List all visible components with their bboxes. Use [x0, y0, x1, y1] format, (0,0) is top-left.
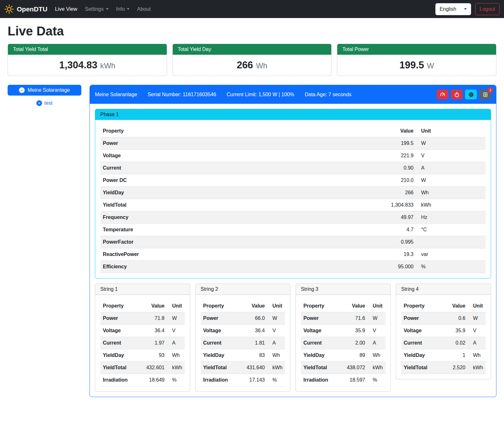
- table-header-row: PropertyValueUnit: [100, 300, 185, 312]
- power-icon: [454, 92, 460, 97]
- property-cell: Current: [201, 337, 238, 349]
- property-cell: YieldTotal: [100, 199, 289, 211]
- property-cell: Power: [301, 312, 338, 325]
- unit-cell: kWh: [267, 362, 285, 374]
- property-cell: YieldTotal: [100, 362, 138, 374]
- event-log-button[interactable]: 2: [479, 90, 491, 99]
- phase-table-row: YieldDay266Wh: [100, 187, 486, 199]
- property-cell: PowerFactor: [100, 236, 289, 248]
- property-cell: Power: [100, 137, 289, 150]
- string-table-row: Power71.6W: [301, 312, 385, 325]
- string-table-row: Irradiation18.597%: [301, 374, 385, 386]
- value-cell: 93: [138, 349, 167, 362]
- column-header-property: Property: [401, 300, 442, 312]
- total-yield-day-card: Total Yield Day 266Wh: [172, 44, 332, 76]
- value-cell: 0.995: [289, 236, 416, 248]
- check-circle-icon: ✓: [19, 87, 25, 93]
- property-cell: Voltage: [100, 150, 289, 162]
- inverter-panel-header: Meine Solaranlage Serial Number: 1161716…: [90, 85, 496, 104]
- sidebar-item-meine-solaranlage[interactable]: ✓ Meine Solaranlage: [8, 85, 81, 96]
- column-header-unit: Unit: [468, 300, 486, 312]
- nav-settings-label: Settings: [85, 6, 104, 12]
- phase-table-row: Power199.5W: [100, 137, 486, 150]
- property-cell: Temperature: [100, 224, 289, 236]
- phase-table-row: Current0.90A: [100, 162, 486, 174]
- summary-card-unit: W: [427, 61, 434, 70]
- x-circle-icon: ✕: [36, 100, 42, 106]
- sun-logo-icon: [4, 4, 14, 14]
- string-table-row: Voltage35.9V: [401, 325, 486, 337]
- summary-card-unit: Wh: [256, 61, 267, 70]
- limit-settings-button[interactable]: [437, 90, 448, 99]
- nav-settings[interactable]: Settings: [82, 3, 112, 15]
- value-cell: 35.9: [442, 325, 468, 337]
- property-cell: YieldTotal: [201, 362, 238, 374]
- device-info-button[interactable]: [465, 90, 477, 99]
- value-cell: 438.072: [338, 362, 368, 374]
- string-table-row: Current1.81A: [201, 337, 285, 349]
- inverter-panel-body: Phase 1 Property Value Unit Power199.5WV…: [90, 104, 496, 397]
- property-cell: Power: [201, 312, 238, 325]
- property-cell: YieldDay: [100, 349, 138, 362]
- value-cell: 431.640: [238, 362, 267, 374]
- string-card: String 1PropertyValueUnitPower71.8WVolta…: [95, 284, 190, 392]
- summary-cards-row: Total Yield Total 1,304.83kWh Total Yiel…: [8, 44, 496, 76]
- string-table-row: Power66.0W: [201, 312, 285, 325]
- string-card-body: PropertyValueUnitPower71.6WVoltage35.9VC…: [296, 295, 390, 391]
- phase-table-row: ReactivePower19.3var: [100, 248, 486, 261]
- logout-button[interactable]: Logout: [475, 3, 500, 15]
- nav-live-view[interactable]: Live View: [52, 3, 80, 15]
- inverter-serial: Serial Number: 116171603546: [147, 92, 216, 97]
- unit-cell: W: [167, 312, 185, 325]
- string-table-row: Voltage36.4V: [201, 325, 285, 337]
- sidebar-item-test[interactable]: ✕ test: [8, 100, 81, 106]
- nav-info[interactable]: Info: [113, 3, 133, 15]
- unit-cell: W: [416, 137, 486, 150]
- value-cell: 71.6: [338, 312, 368, 325]
- string-card-body: PropertyValueUnitPower66.0WVoltage36.4VC…: [196, 295, 290, 391]
- inverter-limit: Current Limit: 1,500 W | 100%: [227, 92, 294, 97]
- power-toggle-button[interactable]: [451, 90, 463, 99]
- page-title: Live Data: [8, 24, 496, 38]
- property-cell: Voltage: [100, 325, 138, 337]
- nav-info-label: Info: [116, 6, 125, 12]
- column-header-value: Value: [442, 300, 468, 312]
- unit-cell: A: [267, 337, 285, 349]
- phase-table: Property Value Unit Power199.5WVoltage22…: [100, 125, 486, 273]
- top-navbar: OpenDTU Live View Settings Info About En…: [0, 0, 504, 18]
- value-cell: 432.601: [138, 362, 167, 374]
- value-cell: 0.90: [289, 162, 416, 174]
- value-cell: 2.520: [442, 362, 468, 374]
- value-cell: 89: [338, 349, 368, 362]
- strings-row: String 1PropertyValueUnitPower71.8WVolta…: [95, 284, 491, 392]
- unit-cell: kWh: [368, 362, 385, 374]
- total-power-card: Total Power 199.5W: [337, 44, 496, 76]
- property-cell: Irradiation: [100, 374, 138, 386]
- nav-about[interactable]: About: [134, 3, 154, 15]
- string-table-row: YieldDay1Wh: [401, 349, 486, 362]
- value-cell: 49.97: [289, 211, 416, 224]
- unit-cell: V: [368, 325, 385, 337]
- phase-card: Phase 1 Property Value Unit Power199.5WV…: [95, 109, 491, 278]
- brand-link[interactable]: OpenDTU: [4, 4, 47, 14]
- language-select[interactable]: English: [435, 3, 471, 15]
- summary-card-value: 199.5: [400, 59, 424, 71]
- unit-cell: W: [368, 312, 385, 325]
- property-cell: Voltage: [401, 325, 442, 337]
- inverter-data-age: Data Age: 7 seconds: [305, 92, 352, 97]
- summary-card-unit: kWh: [100, 61, 115, 70]
- unit-cell: %: [167, 374, 185, 386]
- phase-table-row: Power DC210.0W: [100, 174, 486, 187]
- column-header-property: Property: [100, 300, 138, 312]
- phase-card-title: Phase 1: [95, 109, 491, 120]
- string-table-row: YieldTotal431.640kWh: [201, 362, 285, 374]
- column-header-unit: Unit: [368, 300, 385, 312]
- value-cell: 1.97: [138, 337, 167, 349]
- column-header-value: Value: [289, 125, 416, 137]
- value-cell: 1: [442, 349, 468, 362]
- unit-cell: A: [468, 337, 486, 349]
- language-select-value: English: [440, 6, 456, 12]
- inverter-toolbar: 2: [437, 90, 491, 99]
- summary-card-value: 266: [237, 59, 253, 71]
- string-table: PropertyValueUnitPower71.6WVoltage35.9VC…: [301, 300, 385, 386]
